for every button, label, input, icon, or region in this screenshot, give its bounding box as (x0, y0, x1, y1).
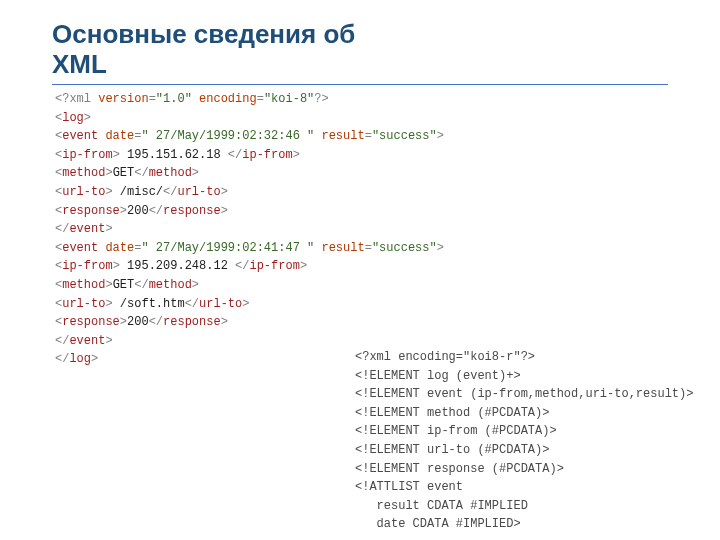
slide-title: Основные сведения об XML (52, 20, 668, 80)
dtd-line-4: <!ELEMENT method (#PCDATA)> (355, 406, 549, 420)
dtd-line-10: date CDATA #IMPLIED> (355, 517, 521, 531)
event1-ip: 195.151.62.18 (120, 148, 228, 162)
event1-method: GET (113, 166, 135, 180)
event1-url: /misc/ (113, 185, 163, 199)
title-line-2: XML (52, 49, 107, 79)
dtd-line-9: result CDATA #IMPLIED (355, 499, 528, 513)
event2-close: event (69, 334, 105, 348)
title-underline (52, 84, 668, 85)
xml-decl-close: ?> (314, 92, 328, 106)
dtd-line-3: <!ELEMENT event (ip-from,method,uri-to,r… (355, 387, 693, 401)
event2-response: 200 (127, 315, 149, 329)
event1-close: event (69, 222, 105, 236)
xml-decl-attr1: version (98, 92, 148, 106)
xml-decl-val2: "koi-8" (264, 92, 314, 106)
event2-url: /soft.htm (113, 297, 185, 311)
dtd-block: <?xml encoding="koi8-r"?> <!ELEMENT log … (355, 348, 695, 534)
log-close: log (69, 352, 91, 366)
dtd-line-6: <!ELEMENT url-to (#PCDATA)> (355, 443, 549, 457)
event2-method: GET (113, 278, 135, 292)
event2-ip: 195.209.248.12 (120, 259, 235, 273)
event1-response: 200 (127, 204, 149, 218)
dtd-line-7: <!ELEMENT response (#PCDATA)> (355, 462, 564, 476)
dtd-line-8: <!ATTLIST event (355, 480, 463, 494)
xml-sample: <?xml version="1.0" encoding="koi-8"?> <… (55, 90, 455, 369)
xml-decl-val1: "1.0" (156, 92, 192, 106)
event1-open: event (62, 129, 98, 143)
dtd-line-2: <!ELEMENT log (event)+> (355, 369, 521, 383)
slide: Основные сведения об XML <?xml version="… (0, 0, 720, 540)
xml-decl-open: <?xml (55, 92, 98, 106)
xml-decl-attr2: encoding (199, 92, 257, 106)
log-open: log (62, 111, 84, 125)
dtd-line-5: <!ELEMENT ip-from (#PCDATA)> (355, 424, 557, 438)
dtd-line-1: <?xml encoding="koi8-r"?> (355, 350, 535, 364)
title-line-1: Основные сведения об (52, 19, 355, 49)
event2-open: event (62, 241, 98, 255)
